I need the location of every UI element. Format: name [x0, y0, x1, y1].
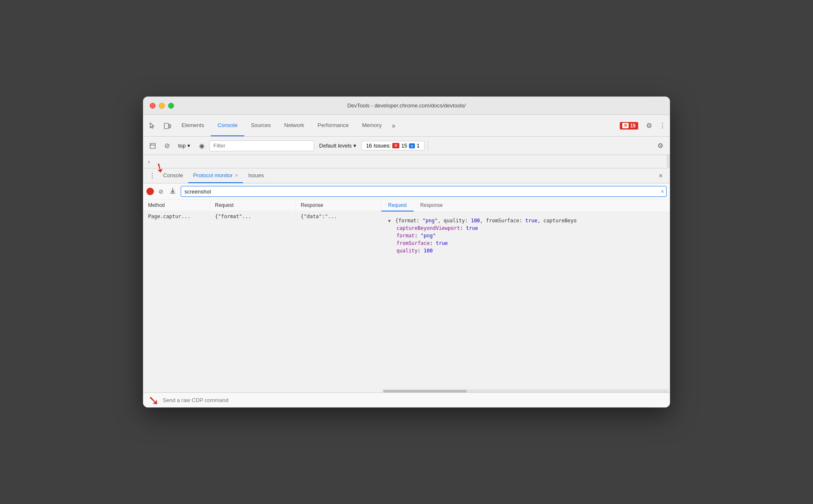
tab-performance[interactable]: Performance [311, 115, 355, 136]
tab-console[interactable]: Console [211, 115, 244, 136]
json-summary-line: ▼ {format: "png", quality: 100, fromSurf… [388, 217, 663, 224]
settings-icon[interactable]: ⚙ [642, 118, 657, 133]
record-button[interactable] [146, 188, 154, 195]
method-col-header: Method [143, 200, 210, 211]
eye-icon[interactable]: ◉ [195, 140, 208, 152]
collapse-icon[interactable]: ▼ [388, 219, 391, 223]
table-row[interactable]: Page.captur... {"format"... {"data":"... [143, 211, 381, 222]
svg-marker-2 [150, 143, 155, 148]
devtools-window: DevTools - developer.chrome.com/docs/dev… [143, 97, 670, 407]
maximize-button[interactable] [168, 103, 174, 109]
row-response: {"data":"... [296, 211, 381, 222]
clear-search-icon[interactable]: × [661, 188, 664, 195]
tab-memory[interactable]: Memory [355, 115, 389, 136]
pm-search-wrap: × [181, 186, 667, 197]
context-selector[interactable]: top ▾ [175, 141, 194, 150]
filter-input[interactable] [210, 140, 314, 151]
console-settings-icon[interactable]: ⚙ [654, 140, 667, 152]
issues-badge[interactable]: 16 Issues: ✕ 15 ≡ 1 [361, 141, 424, 150]
stop-icon[interactable]: ⊘ [157, 188, 165, 195]
expand-chevron-icon[interactable]: › [148, 158, 150, 165]
protocol-monitor-panel: ⊘ × Method [143, 183, 670, 392]
close-tab-icon[interactable]: × [235, 173, 238, 178]
pm-left-panel: Method Request Response Page.captur... {… [143, 200, 381, 392]
drawer-tab-bar: ⋮ Console ➘ Protocol monitor × Issues × [143, 168, 670, 183]
protocol-search-input[interactable] [181, 186, 667, 197]
ban-icon[interactable]: ⊘ [161, 140, 173, 152]
inspect-element-icon[interactable] [145, 118, 160, 133]
title-bar: DevTools - developer.chrome.com/docs/dev… [143, 97, 670, 115]
json-field-format: format: "png" [388, 232, 663, 239]
download-icon[interactable] [168, 187, 177, 196]
svg-rect-1 [169, 125, 171, 128]
window-title: DevTools - developer.chrome.com/docs/dev… [347, 102, 465, 109]
device-toggle-icon[interactable] [160, 118, 175, 133]
bottom-bar: ➘ [143, 392, 670, 407]
pm-right-panel: Request Response ▼ {format: "png", quali… [381, 200, 670, 392]
toolbar-divider [428, 141, 428, 151]
request-col-header: Request [210, 200, 296, 211]
pm-toolbar: ⊘ × [143, 183, 670, 200]
error-badge-count: 15 [630, 123, 636, 129]
clear-console-icon[interactable] [146, 140, 159, 152]
response-col-header: Response [296, 200, 381, 211]
log-levels-button[interactable]: Default levels ▾ [316, 141, 360, 150]
devtools-tab-bar: Elements Console Sources Network Perform… [143, 115, 670, 137]
drawer-menu-icon[interactable]: ⋮ [146, 170, 158, 182]
json-field-captureBeyondViewport: captureBeyondViewport: true [388, 224, 663, 232]
tab-network[interactable]: Network [278, 115, 311, 136]
pm-tab-request[interactable]: Request [381, 200, 414, 211]
error-badge[interactable]: ✕ 15 [620, 122, 638, 130]
tab-list: Elements Console Sources Network Perform… [175, 115, 620, 136]
scrollbar-track [383, 390, 668, 392]
svg-rect-0 [164, 123, 169, 129]
error-badge-icon: ✕ [622, 123, 629, 128]
horizontal-scrollbar[interactable] [381, 389, 670, 392]
json-field-fromSurface: fromSurface: true [388, 239, 663, 247]
drawer-tab-issues[interactable]: Issues [243, 168, 269, 183]
vertical-scrollbar[interactable] [667, 155, 670, 168]
drawer-tab-console[interactable]: Console ➘ [158, 168, 188, 183]
row-request: {"format"... [210, 211, 296, 222]
minimize-button[interactable] [159, 103, 165, 109]
scrollbar-thumb[interactable] [383, 390, 467, 392]
close-button[interactable] [150, 103, 156, 109]
close-drawer-button[interactable]: × [655, 170, 667, 182]
tab-elements[interactable]: Elements [175, 115, 211, 136]
more-options-icon[interactable]: ⋮ [657, 118, 668, 133]
json-field-quality: quality: 100 [388, 247, 663, 255]
traffic-lights [150, 103, 174, 109]
more-tabs-icon[interactable]: » [389, 122, 399, 130]
tab-sources[interactable]: Sources [244, 115, 278, 136]
pm-detail-content: ▼ {format: "png", quality: 100, fromSurf… [381, 212, 670, 389]
pm-detail-tabs: Request Response [381, 200, 670, 212]
drawer-tab-protocol-monitor[interactable]: Protocol monitor × [188, 168, 243, 183]
pm-tab-response[interactable]: Response [414, 200, 450, 211]
console-toolbar: ⊘ top ▾ ◉ Default levels ▾ 16 Issues: ✕ … [143, 137, 670, 155]
issues-info-icon: ≡ [409, 143, 415, 148]
row-method: Page.captur... [143, 211, 210, 222]
log-levels-arrow-icon: ▾ [353, 143, 356, 149]
pm-table-header: Method Request Response [143, 200, 381, 211]
svg-marker-4 [151, 144, 152, 145]
cdp-command-input[interactable] [163, 397, 665, 403]
dropdown-arrow-icon: ▾ [187, 143, 190, 149]
issues-error-icon: ✕ [392, 143, 399, 148]
annotation-arrow-bottom: ➘ [148, 394, 159, 407]
breadcrumb-area: › [143, 155, 670, 168]
pm-table: Method Request Response Page.captur... {… [143, 200, 670, 392]
